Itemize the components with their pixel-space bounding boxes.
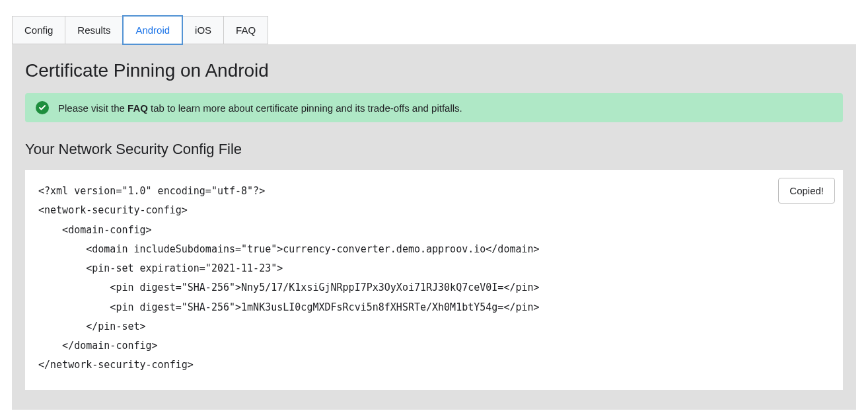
code-container: Copied! <?xml version="1.0" encoding="ut…: [25, 170, 843, 390]
tab-config[interactable]: Config: [12, 16, 65, 44]
tab-results[interactable]: Results: [65, 16, 123, 44]
check-circle-icon: [36, 101, 49, 114]
copy-button[interactable]: Copied!: [778, 178, 835, 204]
panel-title: Certificate Pinning on Android: [25, 60, 843, 81]
section-title: Your Network Security Config File: [25, 141, 843, 158]
content-panel: Certificate Pinning on Android Please vi…: [12, 44, 856, 410]
tab-bar: ConfigResultsAndroidiOSFAQ: [12, 16, 868, 44]
alert-suffix: tab to learn more about certificate pinn…: [148, 102, 462, 114]
tab-android[interactable]: Android: [122, 15, 183, 45]
tab-ios[interactable]: iOS: [182, 16, 224, 44]
alert-prefix: Please visit the: [58, 102, 127, 114]
alert-success: Please visit the FAQ tab to learn more a…: [25, 93, 843, 122]
code-block: <?xml version="1.0" encoding="utf-8"?> <…: [38, 182, 830, 375]
alert-text: Please visit the FAQ tab to learn more a…: [58, 102, 462, 114]
tab-faq[interactable]: FAQ: [223, 16, 268, 44]
alert-bold: FAQ: [127, 102, 148, 114]
